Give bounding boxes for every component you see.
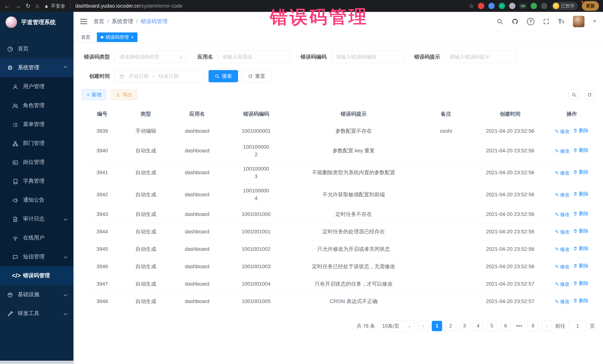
sidebar-item-dictionary[interactable]: 字典管理 [0, 172, 73, 190]
delete-link[interactable]: 删除 [573, 280, 589, 287]
show-search-button[interactable] [568, 89, 579, 100]
edit-link[interactable]: ✎修改 [555, 281, 570, 288]
sidebar-item-label: 菜单管理 [23, 121, 45, 128]
prev-page-button[interactable]: ‹ [418, 321, 429, 331]
breadcrumb-separator: / [107, 18, 109, 24]
app-title: 芋道管理系统 [21, 18, 56, 26]
back-button[interactable]: ← [4, 3, 10, 10]
sidebar-item-devtools[interactable]: 研发工具 [0, 304, 73, 323]
edit-link[interactable]: ✎修改 [555, 229, 570, 236]
sidebar-item-menus[interactable]: 菜单管理 [0, 115, 73, 134]
page-button-1[interactable]: 1 [432, 321, 442, 331]
security-indicator[interactable]: ▲﻿ 不安全 [44, 3, 65, 9]
bookmark-star-icon[interactable]: ☆ [469, 3, 474, 9]
edit-link[interactable]: ✎修改 [555, 246, 570, 253]
extension-icon-green-check[interactable]: ✓ [499, 3, 505, 9]
sidebar-item-audit-logs[interactable]: 审计日志 [0, 210, 73, 228]
sidebar-item-roles[interactable]: 角色管理 [0, 96, 73, 115]
wifi-icon [12, 234, 19, 241]
sidebar-item-departments[interactable]: 部门管理 [0, 134, 73, 153]
page-button-6[interactable]: 6 [500, 321, 511, 331]
profile-paused-chip[interactable]: 已暂停 [551, 2, 578, 10]
sidebar-item-system[interactable]: ⚙ 系统管理 [0, 58, 73, 77]
start-date-placeholder: 开始日期 [128, 73, 149, 79]
edit-link[interactable]: ✎修改 [555, 298, 570, 305]
app-name-input[interactable] [218, 51, 290, 63]
font-size-icon[interactable]: TT [558, 18, 564, 25]
page-button-2[interactable]: 2 [445, 321, 456, 331]
edit-link[interactable]: ✎修改 [555, 128, 570, 135]
tab-home[interactable]: 首页 [77, 33, 94, 42]
help-icon[interactable]: ? [527, 18, 534, 25]
logo-area[interactable]: 芋道管理系统 [0, 12, 73, 33]
sidebar-item-posts[interactable]: 岗位管理 [0, 153, 73, 172]
breadcrumb-home[interactable]: 首页 [93, 18, 104, 25]
search-icon[interactable] [497, 18, 503, 25]
forward-button[interactable]: → [15, 3, 21, 10]
page-button-5[interactable]: 5 [487, 321, 497, 331]
sidebar-item-notices[interactable]: 通知公告 [0, 190, 73, 210]
delete-link[interactable]: 删除 [573, 127, 589, 134]
page-button-8[interactable]: 8 [528, 321, 538, 331]
delete-link[interactable]: 删除 [573, 297, 589, 304]
page-size-select[interactable]: 10条/页 [378, 321, 415, 331]
sidebar-scrollbar[interactable] [0, 361, 73, 364]
sidebar-item-sms[interactable]: 短信管理 [0, 247, 73, 266]
export-button[interactable]: 导出 [110, 89, 137, 100]
edit-link[interactable]: ✎修改 [555, 211, 570, 218]
sidebar-item-online-users[interactable]: 在线用户 [0, 228, 73, 247]
goto-page-input[interactable] [569, 321, 587, 331]
extension-icon-paw[interactable] [541, 3, 547, 9]
end-date-placeholder: 结束日期 [158, 73, 178, 79]
more-pages-button[interactable]: ••• [514, 321, 524, 331]
address-bar[interactable]: dashboard.yudao.iocoder.cn/system/error-… [75, 3, 183, 9]
extension-on-badge[interactable]: on [520, 3, 527, 9]
chrome-update-button[interactable]: 更新 [582, 1, 599, 11]
col-header-type: 类型 [123, 106, 169, 122]
sidebar-item-error-codes[interactable]: </> 错误码管理 [0, 266, 73, 285]
date-range-picker[interactable]: 开始日期 - 结束日期 [115, 70, 205, 82]
collapse-sidebar-button[interactable] [80, 19, 87, 24]
close-tab-icon[interactable]: × [131, 35, 134, 40]
tags-view-bar: 首页 错误码管理 × [73, 31, 603, 43]
sidebar-item-home[interactable]: 首页 [0, 39, 73, 58]
user-menu-caret-icon[interactable] [593, 20, 596, 22]
delete-link[interactable]: 删除 [573, 210, 589, 217]
page-button-4[interactable]: 4 [473, 321, 483, 331]
fullscreen-icon[interactable] [543, 18, 550, 25]
edit-link[interactable]: ✎修改 [555, 191, 570, 199]
extension-icon-people[interactable] [509, 3, 515, 9]
error-msg-input[interactable] [445, 51, 517, 63]
next-page-button[interactable]: › [542, 321, 552, 331]
delete-link[interactable]: 删除 [573, 228, 589, 235]
sidebar-item-infrastructure[interactable]: 基础设施 [0, 285, 73, 304]
page-button-3[interactable]: 3 [459, 321, 470, 331]
extension-icon-leaf[interactable] [531, 3, 537, 9]
extension-icon-red[interactable] [478, 3, 484, 9]
edit-link[interactable]: ✎修改 [555, 170, 570, 177]
edit-link[interactable]: ✎修改 [555, 263, 570, 270]
reload-button[interactable]: ↻ [26, 2, 31, 10]
error-type-select[interactable]: 请选择错误码类型 [115, 51, 187, 63]
delete-link[interactable]: 删除 [573, 263, 589, 269]
range-separator: - [153, 73, 154, 79]
breadcrumb-system[interactable]: 系统管理 [112, 18, 133, 25]
refresh-button[interactable] [584, 89, 595, 100]
add-button[interactable]: + 新增 [82, 89, 106, 100]
gear-icon: ⚙ [7, 64, 13, 71]
delete-link[interactable]: 删除 [573, 147, 589, 154]
home-button[interactable]: ⌂ [35, 3, 39, 10]
error-code-input[interactable] [331, 51, 403, 63]
delete-link[interactable]: 删除 [573, 190, 589, 198]
extension-icon-blue[interactable] [488, 3, 495, 9]
reset-button[interactable]: 重置 [242, 70, 271, 82]
user-avatar[interactable] [573, 16, 584, 27]
tab-error-codes[interactable]: 错误码管理 × [97, 33, 138, 42]
page-content: 错误码类型 请选择错误码类型 应用名 错误码编码 错误码提示 [73, 43, 603, 364]
delete-link[interactable]: 删除 [573, 169, 589, 176]
edit-link[interactable]: ✎修改 [555, 148, 570, 155]
search-button[interactable]: 搜索 [209, 70, 238, 82]
sidebar-item-users[interactable]: 用户管理 [0, 77, 73, 96]
github-icon[interactable] [512, 18, 518, 25]
delete-link[interactable]: 删除 [573, 245, 589, 252]
